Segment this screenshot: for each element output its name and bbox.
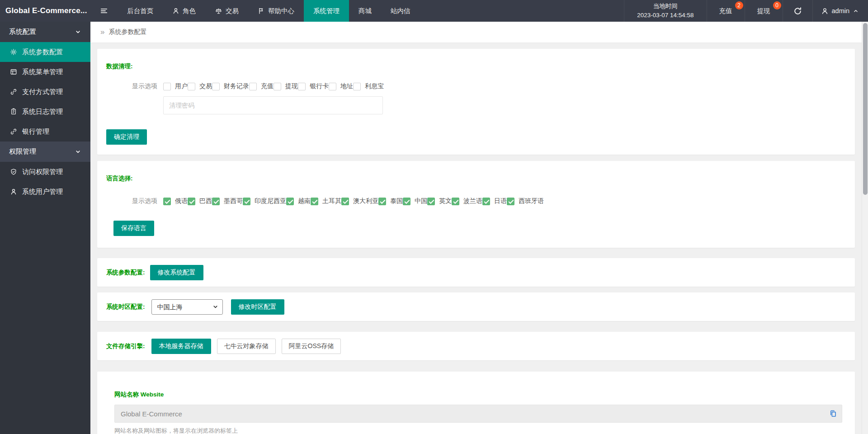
sidebar-item-0-0[interactable]: 系统参数配置 — [0, 42, 90, 62]
menu-window-icon — [10, 68, 17, 75]
checkbox-item-1[interactable]: 巴西 — [188, 197, 212, 205]
checkbox-item-2[interactable]: 墨西哥 — [212, 197, 243, 205]
sidebar-section-label: 权限管理 — [9, 147, 36, 156]
checkbox-checked[interactable] — [286, 198, 294, 205]
clean-password-input[interactable] — [163, 96, 383, 114]
checkbox-item-6[interactable]: 地址 — [329, 82, 353, 90]
modify-timezone-button[interactable]: 修改时区配置 — [231, 299, 284, 315]
checkbox-unchecked[interactable] — [353, 83, 361, 90]
chevron-down-icon — [75, 28, 81, 35]
sidebar-section-0[interactable]: 系统配置 — [0, 22, 90, 42]
storage-label: 文件存储引擎: — [106, 342, 145, 350]
checkbox-checked[interactable] — [427, 198, 435, 205]
checkbox-label: 西班牙语 — [519, 197, 544, 205]
checkbox-item-12[interactable]: 西班牙语 — [507, 197, 544, 205]
sidebar-item-label: 银行管理 — [22, 127, 49, 136]
checkbox-item-4[interactable]: 越南 — [286, 197, 311, 205]
nav-item-0[interactable]: 后台首页 — [118, 0, 163, 22]
shield-check-icon — [10, 168, 17, 175]
checkbox-item-7[interactable]: 利息宝 — [353, 82, 384, 90]
hamburger-button[interactable] — [90, 0, 118, 22]
data-clean-options-row: 显示选项 用户交易财务记录充值提现银行卡地址利息宝 — [106, 82, 846, 90]
checkbox-unchecked[interactable] — [212, 83, 220, 90]
checkbox-checked[interactable] — [311, 198, 318, 205]
nav-item-6[interactable]: 站内信 — [381, 0, 420, 22]
nav-item-4[interactable]: 系统管理 — [304, 0, 349, 22]
checkbox-item-10[interactable]: 波兰语 — [452, 197, 482, 205]
sidebar-item-0-3[interactable]: 系统日志管理 — [0, 102, 90, 122]
checkbox-item-4[interactable]: 提现 — [274, 82, 298, 90]
checkbox-checked[interactable] — [243, 198, 250, 205]
save-language-button[interactable]: 保存语言 — [113, 221, 154, 236]
checkbox-unchecked[interactable] — [188, 83, 195, 90]
sidebar-item-label: 支付方式管理 — [22, 88, 63, 96]
checkbox-item-6[interactable]: 澳大利亚 — [341, 197, 378, 205]
checkbox-item-5[interactable]: 土耳其 — [311, 197, 341, 205]
checkbox-checked[interactable] — [341, 198, 349, 205]
checkbox-item-8[interactable]: 中国 — [403, 197, 427, 205]
local-time: 当地时间 2023-03-07 14:54:58 — [624, 0, 706, 22]
sidebar-item-label: 系统日志管理 — [22, 108, 63, 116]
user-icon — [821, 7, 829, 15]
nav-item-label: 交易 — [226, 7, 239, 15]
checkbox-unchecked[interactable] — [298, 83, 306, 90]
nav-item-label: 后台首页 — [127, 7, 153, 15]
breadcrumb: » 系统参数配置 — [90, 22, 862, 42]
nav-item-label: 帮助中心 — [268, 7, 294, 15]
checkbox-item-0[interactable]: 用户 — [163, 82, 188, 90]
copy-icon — [829, 410, 837, 418]
checkbox-item-1[interactable]: 交易 — [188, 82, 212, 90]
checkbox-checked[interactable] — [507, 198, 514, 205]
gear-icon — [10, 48, 17, 56]
checkbox-item-7[interactable]: 泰国 — [378, 197, 403, 205]
checkbox-checked[interactable] — [188, 198, 195, 205]
sidebar-item-0-2[interactable]: 支付方式管理 — [0, 82, 90, 102]
quick-link-label: 提现 — [757, 7, 770, 15]
checkbox-unchecked[interactable] — [249, 83, 257, 90]
log-icon — [10, 108, 17, 115]
checkbox-unchecked[interactable] — [329, 83, 336, 90]
checkbox-checked[interactable] — [403, 198, 410, 205]
checkbox-item-5[interactable]: 银行卡 — [298, 82, 329, 90]
checkbox-item-2[interactable]: 财务记录 — [212, 82, 249, 90]
sidebar-item-0-1[interactable]: 系统菜单管理 — [0, 62, 90, 82]
modify-system-config-button[interactable]: 修改系统配置 — [150, 265, 203, 280]
checkbox-item-3[interactable]: 充值 — [249, 82, 274, 90]
checkbox-checked[interactable] — [163, 198, 171, 205]
quick-link-0[interactable]: 充值2 — [707, 0, 745, 22]
sidebar-item-1-1[interactable]: 系统用户管理 — [0, 182, 90, 202]
checkbox-item-11[interactable]: 日语 — [482, 197, 507, 205]
quick-link-1[interactable]: 提现0 — [745, 0, 783, 22]
nav-item-2[interactable]: 交易 — [205, 0, 248, 22]
checkbox-item-3[interactable]: 印度尼西亚 — [243, 197, 286, 205]
sidebar-item-0-4[interactable]: 银行管理 — [0, 122, 90, 142]
sidebar-item-1-0[interactable]: 访问权限管理 — [0, 162, 90, 182]
scrollbar-thumb[interactable] — [863, 23, 868, 195]
nav-item-1[interactable]: 角色 — [163, 0, 205, 22]
storage-engine-button-1[interactable]: 七牛云对象存储 — [217, 339, 276, 354]
scrollbar[interactable] — [862, 22, 868, 434]
link-icon — [10, 88, 17, 95]
checkbox-item-9[interactable]: 英文 — [427, 197, 452, 205]
timezone-select[interactable]: 中国上海 — [151, 299, 223, 315]
user-menu[interactable]: admin — [812, 0, 868, 22]
sidebar-section-1[interactable]: 权限管理 — [0, 142, 90, 162]
storage-engine-button-2[interactable]: 阿里云OSS存储 — [282, 339, 341, 354]
nav-item-3[interactable]: 帮助中心 — [248, 0, 304, 22]
checkbox-checked[interactable] — [212, 198, 220, 205]
storage-engine-button-0[interactable]: 本地服务器存储 — [151, 339, 211, 354]
refresh-button[interactable] — [783, 0, 812, 22]
checkbox-checked[interactable] — [378, 198, 386, 205]
nav-item-label: 站内信 — [391, 7, 410, 15]
checkbox-checked[interactable] — [482, 198, 490, 205]
checkbox-unchecked[interactable] — [274, 83, 281, 90]
checkbox-label: 利息宝 — [365, 82, 384, 90]
website-name-input[interactable] — [114, 405, 842, 423]
checkbox-checked[interactable] — [452, 198, 459, 205]
checkbox-item-0[interactable]: 俄语 — [163, 197, 188, 205]
storage-card: 文件存储引擎: 本地服务器存储七牛云对象存储阿里云OSS存储 — [97, 332, 855, 360]
copy-button[interactable] — [829, 410, 837, 418]
nav-item-5[interactable]: 商城 — [349, 0, 381, 22]
confirm-clean-button[interactable]: 确定清理 — [106, 129, 147, 145]
checkbox-unchecked[interactable] — [163, 83, 171, 90]
